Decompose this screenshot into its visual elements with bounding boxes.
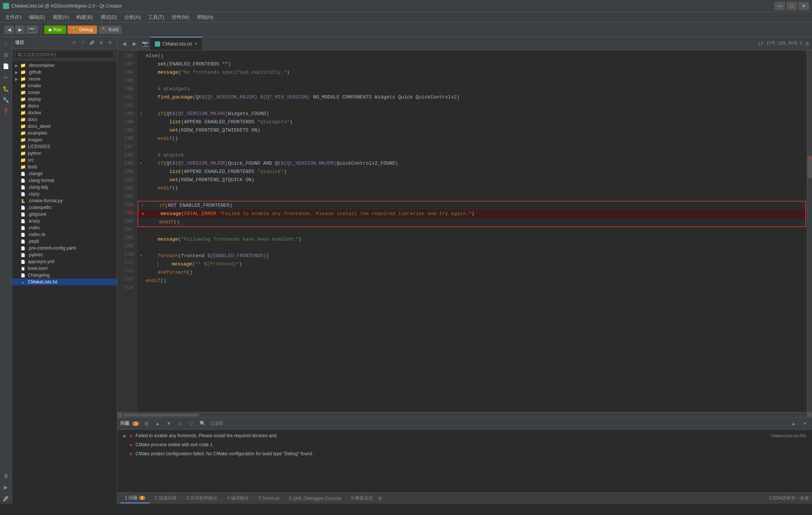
problems-down-btn[interactable]: ▼ <box>165 420 173 428</box>
add-editor-icon[interactable]: ⊞ <box>805 41 809 46</box>
minimize-button[interactable]: — <box>774 2 785 10</box>
tree-item-clang-format[interactable]: ▶ 📄 .clang-format <box>12 177 117 184</box>
tree-item-images[interactable]: ▶ 📁 images <box>12 136 117 143</box>
h-scroll-track[interactable] <box>123 414 806 417</box>
problems-close-btn[interactable]: ✕ <box>801 420 809 428</box>
code-content[interactable]: else() set(ENABLED_FRONTENDS "") message… <box>137 50 807 412</box>
build-button[interactable]: 🔨 Build <box>98 26 121 34</box>
tree-item-distro[interactable]: ▶ 📁 distro <box>12 103 117 109</box>
sidebar-icon-help[interactable]: ❓ <box>1 106 11 117</box>
run-button[interactable]: ▶ Run <box>44 26 66 34</box>
problems-up-btn[interactable]: ▲ <box>153 420 162 428</box>
tree-item-appveyor[interactable]: ▶ 📄 appveyor.yml <box>12 258 117 265</box>
menu-controls[interactable]: 控件(W) <box>168 12 193 22</box>
menu-build[interactable]: 构建(B) <box>73 12 96 22</box>
tree-item-reuse[interactable]: ▶ 📁 .reuse <box>12 76 117 82</box>
toolbar-btn-snapshot[interactable]: 📷 <box>26 26 38 34</box>
toolbar-btn-back[interactable]: ◀ <box>5 26 14 34</box>
tree-item-changelog[interactable]: ▶ 📄 Changelog <box>12 272 117 279</box>
sidebar-icon-bug[interactable]: 🐛 <box>1 83 11 94</box>
link-btn[interactable]: 🔗 <box>88 39 96 47</box>
tab-cmakelists[interactable]: CMakeLists.txt ✕ <box>150 37 203 50</box>
problem-item-2[interactable]: ▶ ● CMake process exited with exit code … <box>117 440 812 449</box>
sidebar-icon-welcome[interactable]: ⌂ <box>1 38 11 49</box>
sync-btn[interactable]: ⟳ <box>70 39 78 47</box>
tree-item-gitignore[interactable]: ▶ 📄 .gitignore <box>12 211 117 218</box>
tree-item-pylintrc[interactable]: ▶ 📄 .pylintrc <box>12 251 117 258</box>
bottom-tab-qml[interactable]: 8 QML Debugger Console <box>285 494 346 503</box>
scrollbar-thumb[interactable] <box>807 156 812 178</box>
menu-file[interactable]: 文件(F) <box>2 12 25 22</box>
layout-btn[interactable]: ⊞ <box>97 39 105 47</box>
sidebar-icon-monitor[interactable]: 🖥 <box>1 471 11 481</box>
tree-item-devcontainer[interactable]: ▶ 📁 .devcontainer <box>12 62 117 69</box>
tree-item-src[interactable]: ▶ 📁 src <box>12 157 117 164</box>
problems-filter-btn[interactable]: ▽ <box>187 420 195 428</box>
problems-search-btn[interactable]: 🔍 <box>198 420 207 428</box>
tree-item-krazy[interactable]: ▶ 📄 .krazy <box>12 218 117 224</box>
h-scroll-thumb[interactable] <box>123 414 198 417</box>
menu-debug[interactable]: 调试(D) <box>97 12 121 22</box>
settings-btn[interactable]: ⚙ <box>106 39 114 47</box>
tree-item-conan[interactable]: ▶ 📁 conan <box>12 89 117 96</box>
tree-item-codespellrc[interactable]: ▶ 📄 .codespellrc <box>12 204 117 211</box>
problem-item-3[interactable]: ▶ ● CMake project configuration failed. … <box>117 449 812 458</box>
tree-item-clang-tidy[interactable]: ▶ 📄 .clang-tidy <box>12 184 117 191</box>
tree-item-python[interactable]: ▶ 📁 python <box>12 150 117 157</box>
tree-item-examples[interactable]: ▶ 📁 examples <box>12 130 117 136</box>
h-scroll-left[interactable] <box>118 413 122 417</box>
bottom-tab-terminal[interactable]: 5 Terminal <box>254 494 284 503</box>
close-button[interactable]: ✕ <box>798 2 809 10</box>
tab-settings-btn[interactable]: ⚙ <box>378 496 382 501</box>
tree-item-pre-commit[interactable]: ▶ 📄 .pre-commit-config.yaml <box>12 245 117 251</box>
tab-nav-snapshot[interactable]: 📷 <box>140 37 150 50</box>
file-search-input[interactable] <box>15 50 114 59</box>
tree-item-clazy[interactable]: ▶ 📄 .clazy <box>12 191 117 197</box>
tree-item-pep8[interactable]: ▶ 📄 .pep8 <box>12 238 117 245</box>
h-scroll-right[interactable] <box>807 413 812 417</box>
tab-nav-forward[interactable]: ▶ <box>129 37 140 50</box>
tree-item-licenses[interactable]: ▶ 📁 LICENSES <box>12 143 117 150</box>
tab-close-icon[interactable]: ✕ <box>194 41 198 46</box>
menu-view[interactable]: 视图(V) <box>49 12 73 22</box>
problems-add-btn[interactable]: ⊞ <box>142 420 150 428</box>
sidebar-icon-pencil[interactable]: ✏ <box>1 72 11 83</box>
debug-button[interactable]: 🐛 Debug <box>68 26 97 34</box>
sidebar-icon-projects[interactable]: 📄 <box>1 61 11 71</box>
tree-item-clangd[interactable]: ▶ 📄 .clangd <box>12 170 117 177</box>
tree-item-cmakelists[interactable]: ▶ ▲ CMakeLists.txt <box>12 279 117 285</box>
menu-edit[interactable]: 编辑(E) <box>25 12 49 22</box>
menu-help[interactable]: 帮助(H) <box>193 12 217 22</box>
sidebar-icon-settings[interactable]: 🔧 <box>1 95 11 105</box>
bottom-tab-compile[interactable]: 4 编译输出 <box>223 494 253 503</box>
tree-item-tests[interactable]: ▶ 📁 tests <box>12 164 117 170</box>
editor-scrollbar[interactable] <box>807 50 812 412</box>
tree-item-cmake[interactable]: ▶ 📁 cmake <box>12 82 117 89</box>
tree-item-book[interactable]: ▶ 📋 book.toml <box>12 265 117 272</box>
tab-nav-back[interactable]: ◀ <box>119 37 129 50</box>
tree-item-docs-devel[interactable]: ▶ 📁 docs_devel <box>12 123 117 130</box>
sidebar-icon-run[interactable]: ▶ <box>1 482 11 492</box>
tree-item-mdlrc[interactable]: ▶ 📄 .mdlrc <box>12 224 117 231</box>
tree-item-docs[interactable]: ▶ 📁 docs <box>12 116 117 123</box>
tree-item-mdlrc-rb[interactable]: ▶ 📄 .mdlrc.rb <box>12 231 117 238</box>
horizontal-scrollbar[interactable] <box>117 412 812 417</box>
problems-collapse-btn[interactable]: ▲ <box>789 420 798 428</box>
bottom-tab-search[interactable]: 2 搜索结果 <box>150 494 181 503</box>
problem-item-1[interactable]: ▶ ● Failed to enable any frontends. Plea… <box>117 431 812 440</box>
bottom-tab-app-output[interactable]: 3 应用程序输出 <box>182 494 222 503</box>
tree-item-docker[interactable]: ▶ 📁 docker <box>12 109 117 116</box>
filter-btn[interactable]: ▽ <box>79 39 87 47</box>
sidebar-icon-deploy[interactable]: 🚀 <box>1 493 11 504</box>
problems-warning-btn[interactable]: ⚠ <box>176 420 184 428</box>
maximize-button[interactable]: □ <box>786 2 797 10</box>
menu-analyze[interactable]: 分析(A) <box>121 12 144 22</box>
toolbar-btn-forward[interactable]: ▶ <box>15 26 25 34</box>
tree-item-deploy[interactable]: ▶ 📁 deploy <box>12 96 117 103</box>
sidebar-icon-edit[interactable]: ⊞ <box>1 50 11 60</box>
bottom-tab-summary[interactable]: 9 概要信息 <box>347 494 377 503</box>
menu-tools[interactable]: 工具(T) <box>144 12 168 22</box>
tree-item-github[interactable]: ▶ 📁 .github <box>12 69 117 76</box>
bottom-tab-problems[interactable]: 1 问题 3 <box>120 493 150 503</box>
tree-item-cmake-format[interactable]: ▶ 🐍 .cmake-format.py <box>12 197 117 204</box>
